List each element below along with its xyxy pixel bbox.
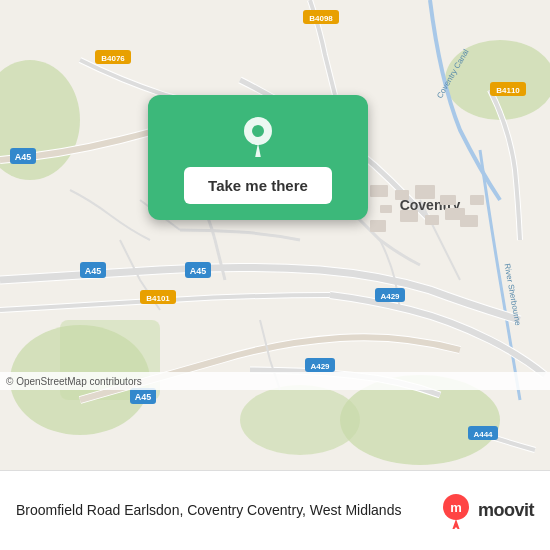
svg-text:B4098: B4098 xyxy=(309,14,333,23)
copyright-bar: © OpenStreetMap contributors xyxy=(0,372,550,390)
svg-point-5 xyxy=(240,385,360,455)
address-text: Broomfield Road Earlsdon, Coventry Coven… xyxy=(16,501,438,521)
svg-text:B4076: B4076 xyxy=(101,54,125,63)
svg-text:A45: A45 xyxy=(85,266,102,276)
moovit-brand-text: moovit xyxy=(478,500,534,521)
moovit-pin-icon: m xyxy=(438,493,474,529)
svg-text:A45: A45 xyxy=(190,266,207,276)
svg-rect-44 xyxy=(460,215,478,227)
moovit-logo: m moovit xyxy=(438,493,534,529)
map-container: A45 A45 A45 A45 B4076 B4098 B4107 B4101 … xyxy=(0,0,550,470)
svg-rect-43 xyxy=(470,195,484,205)
copyright-text: © OpenStreetMap contributors xyxy=(6,376,142,387)
svg-rect-39 xyxy=(400,210,418,222)
svg-text:A444: A444 xyxy=(473,430,493,439)
svg-point-46 xyxy=(252,125,264,137)
svg-rect-34 xyxy=(370,185,388,197)
svg-text:m: m xyxy=(450,500,462,515)
svg-rect-35 xyxy=(395,190,409,200)
svg-rect-37 xyxy=(440,195,456,205)
svg-text:B4101: B4101 xyxy=(146,294,170,303)
svg-text:A45: A45 xyxy=(15,152,32,162)
svg-rect-36 xyxy=(415,185,435,199)
location-pin-icon xyxy=(236,113,280,157)
svg-text:B4110: B4110 xyxy=(496,86,520,95)
bottom-bar: Broomfield Road Earlsdon, Coventry Coven… xyxy=(0,470,550,550)
svg-rect-38 xyxy=(380,205,392,213)
take-me-there-button[interactable]: Take me there xyxy=(184,167,332,204)
svg-rect-40 xyxy=(425,215,439,225)
svg-text:A45: A45 xyxy=(135,392,152,402)
svg-text:A429: A429 xyxy=(310,362,330,371)
svg-text:A429: A429 xyxy=(380,292,400,301)
location-card: Take me there xyxy=(148,95,368,220)
svg-rect-42 xyxy=(370,220,386,232)
